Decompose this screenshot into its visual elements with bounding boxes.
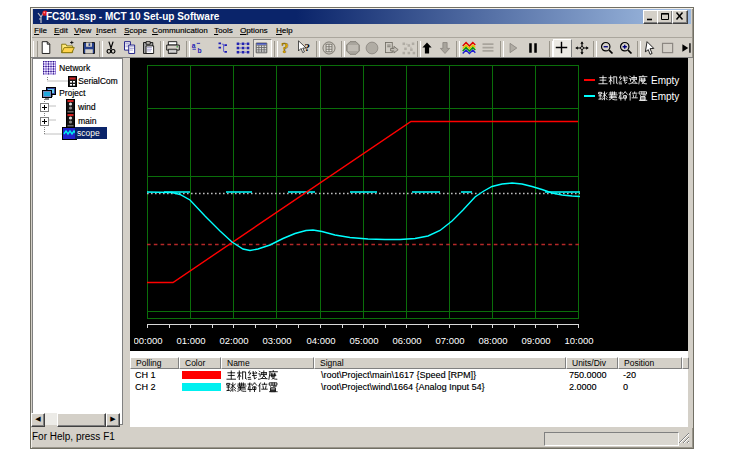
svg-text:10:000: 10:000 [564, 335, 593, 346]
svg-text:?: ? [281, 40, 289, 56]
svg-text:a: a [192, 42, 196, 49]
svg-text:04:000: 04:000 [306, 335, 335, 346]
svg-text:06:000: 06:000 [392, 335, 421, 346]
svg-text:01:000: 01:000 [176, 335, 205, 346]
svg-text:Empty: Empty [651, 75, 679, 86]
svg-text:08:000: 08:000 [478, 335, 507, 346]
svg-text:?: ? [304, 41, 309, 53]
svg-text:05:000: 05:000 [349, 335, 378, 346]
svg-text:00:000: 00:000 [134, 335, 163, 346]
svg-text:09:000: 09:000 [521, 335, 550, 346]
svg-text:b: b [198, 47, 202, 54]
svg-text:03:000: 03:000 [262, 335, 291, 346]
svg-text:07:000: 07:000 [435, 335, 464, 346]
svg-text:02:000: 02:000 [219, 335, 248, 346]
svg-text:Empty: Empty [651, 91, 679, 102]
